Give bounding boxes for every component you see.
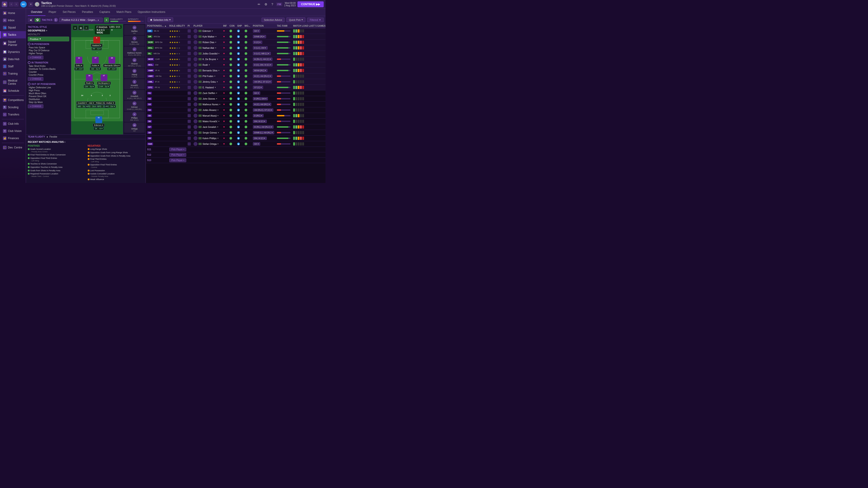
position-detail-btn-18[interactable]: D/WB (L), AM (RL) ▾	[253, 131, 274, 134]
position-detail-btn-10[interactable]: ST (C) ▾	[253, 86, 264, 89]
player-dropdown-btn-5[interactable]: ▾	[217, 58, 218, 60]
position-detail-btn-0[interactable]: GK ▾	[253, 29, 260, 33]
foden-selector[interactable]: Foden ▾	[91, 64, 100, 67]
pitch-view-1-button[interactable]: ●	[72, 25, 78, 30]
tab-overview[interactable]: Overview	[28, 8, 45, 16]
debruyne-role[interactable]: CAR - Su ▾	[98, 85, 110, 88]
add-tactic-button[interactable]: +	[104, 18, 109, 22]
player-dropdown-btn-6[interactable]: ▾	[209, 64, 210, 66]
oop-change-button[interactable]: » CHANGE	[28, 104, 43, 108]
pick-player-button-23[interactable]: Pick Player ▾	[169, 158, 186, 162]
player-dropdown-btn-0[interactable]: ▾	[212, 30, 213, 32]
player-dropdown-btn-4[interactable]: ▾	[218, 53, 219, 55]
sub-card-8[interactable]: 4 Phillips DM, M (C)	[124, 111, 145, 122]
player-dropdown-btn-11[interactable]: ▾	[216, 92, 217, 94]
position-detail-btn-7[interactable]: M/AM (RC) ▾	[253, 69, 268, 72]
player-dropdown-btn-1[interactable]: ▾	[215, 35, 217, 38]
player-node-foden[interactable]: 47 Foden ▾ AM - Su ▾	[90, 57, 101, 70]
position-detail-btn-20[interactable]: GK ▾	[253, 142, 260, 145]
haaland-role[interactable]: PF - At ▾	[92, 47, 102, 51]
sub-card-9[interactable]: 18 Ortega GK	[124, 123, 145, 133]
rodri-selector[interactable]: Rodri ▾	[85, 82, 94, 85]
ake-selector[interactable]: Aké ▾	[88, 101, 95, 105]
sub-card-3[interactable]: 10 Álvarez AM (RL), ST (C)	[124, 57, 145, 68]
player-node-walker[interactable]: 2 Walker ▾ IFB - De ▾	[104, 94, 116, 108]
player-node-debruyne[interactable]: 17 De Bruyne ▾ CAR - Su ▾	[97, 74, 111, 88]
player-dropdown-btn-3[interactable]: ▾	[215, 47, 216, 49]
position-detail-btn-11[interactable]: GK ▾	[253, 92, 260, 95]
position-detail-btn-12[interactable]: D (RC), DM ▾	[253, 97, 268, 100]
position-detail-btn-9[interactable]: AM (RL), ST (C) ▾	[253, 80, 272, 84]
mentality-selector[interactable]: Positive ▾	[28, 37, 69, 41]
sub-card-2[interactable]: 27 Matheus Nunes M (C), AM (RC)	[124, 46, 145, 57]
sub-card-6[interactable]: 10 Grealish M (RL), AM (RLC)	[124, 90, 145, 100]
pitch-view-2-button[interactable]: ▦	[78, 25, 83, 30]
col-role-ability[interactable]: ROLE ABILITY	[168, 24, 186, 28]
position-detail-btn-8[interactable]: M (C), AM (RLC) ▾	[253, 74, 273, 78]
debruyne-selector[interactable]: De Bruyne ▾	[97, 82, 111, 85]
analysis-button[interactable]: Analysis	[97, 25, 110, 29]
sidebar-item-tactics[interactable]: ⚽ Tactics	[0, 31, 26, 38]
position-detail-btn-19[interactable]: DM, M (C) ▾	[253, 137, 267, 140]
rodri-role[interactable]: CM - Su ▾	[84, 85, 95, 88]
sidebar-item-scouting[interactable]: 🔍 Scouting	[0, 104, 26, 111]
player-dropdown-btn-20[interactable]: ▾	[217, 143, 219, 145]
sub-card-7[interactable]: 21 Gómez D/WB (L), AM (RL)	[124, 101, 145, 111]
tab-set-pieces[interactable]: Set Pieces	[59, 8, 79, 16]
sidebar-item-squad-planner[interactable]: 📋 Squad Planner	[0, 38, 26, 48]
sub-card-1[interactable]: 5 Stones D (RC), DM	[124, 36, 145, 46]
pick-player-button-21[interactable]: Pick Player ▾	[169, 148, 186, 151]
foden-role[interactable]: AM - Su ▾	[90, 67, 101, 70]
pitch-view-3-button[interactable]: ≡	[84, 25, 89, 30]
player-node-doku[interactable]: 11 Doku ▾ IF - At ▾	[74, 57, 84, 70]
player-dropdown-btn-7[interactable]: ▾	[218, 69, 219, 72]
walker-selector[interactable]: Walker ▾	[105, 101, 115, 105]
tab-opposition-instructions[interactable]: Opposition Instructions	[134, 8, 168, 16]
sidebar-item-training[interactable]: 🏃 Training	[0, 70, 26, 77]
sidebar-item-medical[interactable]: ➕ Medical Centre	[0, 77, 26, 87]
home-icon[interactable]: 🏠	[2, 2, 7, 7]
position-detail-btn-1[interactable]: D/WB (R) ▾	[253, 35, 266, 38]
nav-back-button[interactable]: ‹	[9, 2, 13, 6]
player-dropdown-btn-18[interactable]: ▾	[218, 131, 219, 134]
col-player[interactable]: PLAYER	[192, 24, 222, 28]
selection-info-button[interactable]: ◉ Selection Info ▾	[148, 18, 173, 22]
position-detail-btn-17[interactable]: M (RL), AM (RLC) ▾	[253, 125, 274, 129]
player-dropdown-btn-12[interactable]: ▾	[216, 98, 217, 100]
haaland-selector[interactable]: Haaland ▾	[91, 44, 102, 47]
position-detail-btn-4[interactable]: D (LC), WB (L) ▾	[253, 52, 271, 55]
player-dropdown-btn-8[interactable]: ▾	[214, 75, 215, 77]
sidebar-item-inbox[interactable]: ✉ Inbox	[0, 17, 26, 24]
sidebar-item-finances[interactable]: 💰 Finances	[0, 135, 26, 142]
position-detail-btn-6[interactable]: D (C), DM, M (C) ▾	[253, 63, 273, 66]
position-detail-btn-3[interactable]: D (LC), DM ▾	[253, 46, 268, 50]
sidebar-item-squad[interactable]: 👥 Squad	[0, 24, 26, 31]
position-detail-btn-5[interactable]: M (RLC), AM (C) ▾	[253, 58, 273, 61]
silva-role[interactable]: IF - At ▾	[107, 67, 117, 70]
tab-penalties[interactable]: Penalties	[79, 8, 96, 16]
sidebar-item-club-vision[interactable]: 👁 Club Vision	[0, 127, 26, 135]
sidebar-item-dev-centre[interactable]: 🎓 Dev. Centre	[0, 144, 26, 151]
collapse-button[interactable]: ◀	[28, 18, 33, 22]
player-dropdown-btn-13[interactable]: ▾	[219, 103, 220, 105]
player-node-haaland[interactable]: 9 Haaland ▾ PF - At ▾	[91, 37, 102, 51]
transition-change-button[interactable]: » CHANGE	[28, 77, 43, 81]
filtered-button[interactable]: Filtered ▼	[307, 18, 324, 22]
player-dropdown-btn-16[interactable]: ▾	[218, 120, 219, 123]
sub-card-5[interactable]: 8 Kovačić DM, M (C)	[124, 79, 145, 89]
player-node-silva[interactable]: 20 Bernardo Silva ▾ IF - At ▾	[103, 57, 121, 70]
tab-match-plans[interactable]: Match Plans	[113, 8, 134, 16]
doku-selector[interactable]: Doku ▾	[74, 64, 84, 67]
sidebar-item-home[interactable]: 🏠 Home	[0, 9, 26, 17]
tab-player[interactable]: Player	[45, 8, 59, 16]
sidebar-item-competitions[interactable]: 🏆 Competitions	[0, 96, 26, 104]
silva-selector[interactable]: Bernardo Silva ▾	[103, 64, 121, 67]
possession-change-button[interactable]: » CHANGE	[28, 56, 43, 59]
position-detail-btn-16[interactable]: DM, M (C) ▾	[253, 120, 267, 123]
player-node-rodri[interactable]: 16 Rodri ▾ CM - Su ▾	[84, 74, 95, 88]
sub-card-0[interactable]: 13 Steffen GK	[124, 25, 145, 35]
ederson-role[interactable]: SK - At ▾	[94, 127, 104, 130]
ederson-selector[interactable]: Ederson ▾	[93, 124, 104, 127]
doku-role[interactable]: IF - At ▾	[74, 67, 84, 70]
edit-icon-button[interactable]: ✏	[256, 2, 261, 6]
